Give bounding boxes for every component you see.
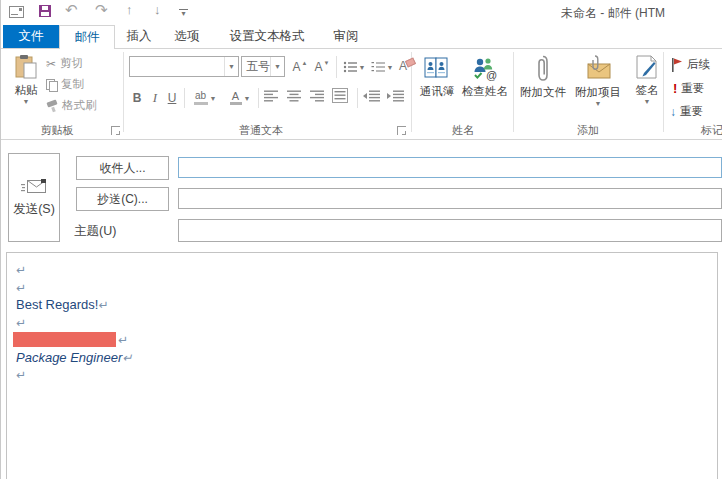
tab-format-text[interactable]: 设置文本格式 [211,25,323,48]
group-divider [513,52,514,132]
copy-label: 复制 [61,77,84,92]
undo-icon[interactable]: ↶ [65,2,78,17]
tab-mail[interactable]: 邮件 [59,25,115,49]
low-importance-button[interactable]: ↓ 重要 [670,104,703,119]
distributed-button[interactable] [332,88,348,103]
font-size-combo[interactable]: 五号 ▼ [241,56,285,77]
to-input[interactable] [178,157,722,178]
signature-dropdown-icon[interactable]: ▼ [644,98,651,105]
align-center-icon [287,90,302,102]
paste-dropdown-icon[interactable]: ▼ [23,98,30,105]
paragraph-mark: ↵ [16,368,26,382]
tags-group-label: 标记 [701,124,722,137]
format-painter-button[interactable]: 格式刷 [46,98,97,113]
highlight-button[interactable]: ab ▼ [190,88,220,108]
next-item-icon[interactable]: ↓ [154,3,161,17]
paste-button[interactable]: 粘贴 ▼ [7,54,45,105]
distributed-icon [332,88,348,103]
cc-input[interactable] [178,188,722,209]
font-group-label: 普通文本 [161,124,361,137]
high-importance-icon: ! [673,81,677,96]
tab-insert[interactable]: 插入 [115,25,163,48]
svg-text:@: @ [486,69,497,81]
grow-font-button[interactable]: A▲ [291,57,309,77]
clipboard-dialog-launcher[interactable] [111,126,120,135]
address-book-icon [423,55,451,81]
font-color-button[interactable]: A ▼ [226,88,254,108]
format-painter-label: 格式刷 [62,98,97,113]
tab-file[interactable]: 文件 [3,25,59,48]
save-icon[interactable] [39,5,51,17]
address-book-button[interactable]: 通讯簿 [415,55,459,99]
chevron-down-icon[interactable]: ▼ [270,57,284,76]
clear-formatting-button[interactable]: A [395,56,411,76]
highlight-icon: ab [194,91,208,105]
paperclip-icon [536,54,550,82]
signature-button[interactable]: 签名 ▼ [627,54,667,105]
chevron-down-icon[interactable]: ▼ [224,57,238,76]
attach-item-label: 附加项目 [575,85,621,100]
message-body[interactable]: ↵ ↵ Best Regards!↵ ↵ ↵ Package Engineer↵… [6,252,718,479]
bold-button[interactable]: B [129,88,145,108]
align-left-button[interactable] [264,90,279,102]
attach-item-dropdown-icon[interactable]: ▼ [595,100,602,107]
attach-item-icon [584,54,612,82]
to-button[interactable]: 收件人... [76,156,169,180]
shrink-font-button[interactable]: A▼ [313,57,331,77]
underline-button[interactable]: U [164,88,180,108]
font-name-combo[interactable]: ▼ [129,56,239,77]
attach-item-button[interactable]: 附加项目 ▼ [571,54,625,107]
signature-icon [634,54,660,80]
clipboard-icon [14,54,38,80]
format-painter-icon [46,100,58,112]
bullet-list-icon [343,61,357,73]
paste-label: 粘贴 [15,83,38,98]
include-group-label: 添加 [513,124,663,137]
decrease-indent-button[interactable] [363,90,381,102]
follow-up-button[interactable]: 后续 [671,57,710,72]
customize-qat-icon[interactable]: ▾ [179,9,188,17]
align-center-button[interactable] [287,90,302,102]
copy-button[interactable]: 复制 [46,77,84,92]
send-button[interactable]: 发送(S) [8,153,60,242]
divider [184,88,185,108]
previous-item-icon[interactable]: ↑ [126,3,133,17]
numbered-list-icon [371,61,385,73]
body-line-redacted-name: ↵ [16,331,717,349]
redo-icon[interactable]: ↷ [95,2,108,17]
align-right-icon [310,90,325,102]
tab-review[interactable]: 审阅 [323,25,369,48]
copy-icon [46,79,57,91]
body-line-greeting: Best Regards!↵ [16,296,717,314]
increase-indent-button[interactable] [387,90,405,102]
align-left-icon [264,90,279,102]
bullets-button[interactable]: ▼ [341,57,367,77]
clear-formatting-icon: A [399,59,407,73]
body-line: ↵ [16,261,717,279]
signature-label: 签名 [636,83,659,98]
tab-options[interactable]: 选项 [163,25,211,48]
paragraph-mark: ↵ [16,316,26,330]
cut-button[interactable]: ✂ 剪切 [46,56,83,71]
body-line-job-title: Package Engineer↵ [16,349,717,367]
paragraph-mark: ↵ [118,333,128,347]
paragraph-mark: ↵ [16,281,26,295]
follow-up-label: 后续 [687,57,710,72]
subject-label: 主题(U) [74,223,116,240]
follow-up-flag-icon [671,58,683,72]
align-right-button[interactable] [310,90,325,102]
high-importance-button[interactable]: ! 重要 [673,81,704,96]
address-book-label: 通讯簿 [420,84,455,99]
body-line: ↵ [16,314,717,332]
numbering-button[interactable]: ▼ [369,57,395,77]
attach-file-label: 附加文件 [520,85,566,100]
cc-button[interactable]: 抄送(C)... [76,187,169,211]
subject-input[interactable] [178,219,722,242]
message-icon[interactable] [9,6,24,18]
font-dialog-launcher[interactable] [397,126,406,135]
send-label: 发送(S) [13,201,55,218]
attach-file-button[interactable]: 附加文件 [515,54,571,100]
send-envelope-icon [21,178,47,195]
italic-button[interactable]: I [148,88,162,108]
check-names-button[interactable]: @ 检查姓名 [459,55,511,99]
